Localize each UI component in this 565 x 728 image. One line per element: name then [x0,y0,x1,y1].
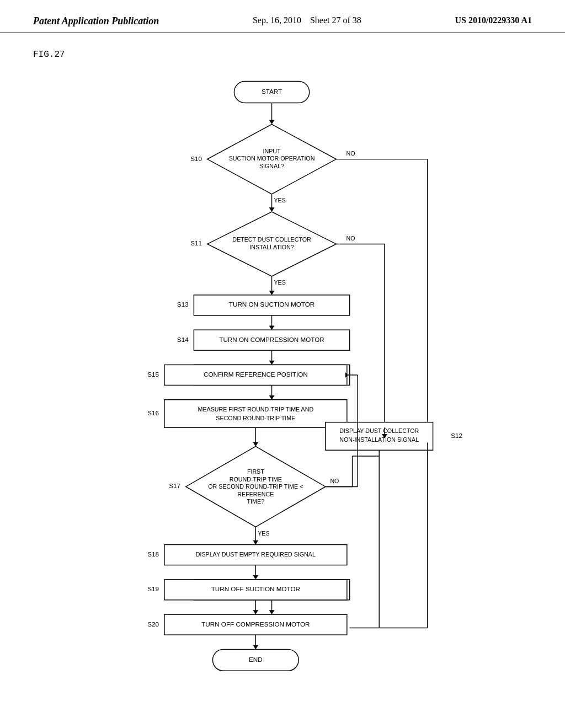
s12-label-1: DISPLAY DUST COLLECTOR [339,427,419,434]
s14-step: S14 [177,336,189,343]
flowchart-diagram: START INPUT SUCTION MOTOR OPERATION SIGN… [45,71,520,679]
s10-label-2: SUCTION MOTOR OPERATION [229,155,315,162]
svg-marker-5 [269,207,275,212]
s15-step-fix: S15 [147,371,159,378]
s11-label-1: DETECT DUST COLLECTOR [232,236,311,243]
s19-label-fix: TURN OFF SUCTION MOTOR [211,585,300,592]
svg-marker-33 [253,540,258,545]
sheet-info: Sheet 27 of 38 [310,15,361,25]
s17-label-2: ROUND-TRIP TIME [230,476,282,483]
s11-no: NO [347,235,355,242]
svg-marker-2 [269,120,275,125]
s19-step-fix: S19 [147,585,159,592]
svg-marker-22 [269,395,275,400]
s18-step: S18 [147,550,159,558]
flowchart-svg: START INPUT SUCTION MOTOR OPERATION SIGN… [45,71,520,677]
s11-label-2: INSTALLATION? [249,244,294,250]
s11-step: S11 [190,240,202,247]
start-label: START [262,88,282,95]
s16-label-1: MEASURE FIRST ROUND-TRIP TIME AND [198,406,314,413]
s16-label-2: SECOND ROUND-TRIP TIME [216,415,295,421]
s10-yes: YES [274,197,285,204]
s17-step: S17 [169,483,180,490]
s17-label-3: OR SECOND ROUND-TRIP TIME < [208,483,303,490]
svg-marker-25 [253,442,258,447]
s17-label-1: FIRST [247,468,264,475]
s15-label-fix: CONFIRM REFERENCE POSITION [204,371,308,378]
svg-marker-48 [253,610,258,614]
main-content: FIG.27 START INPUT SUCTION MOTOR OPERATI… [0,33,565,696]
s13-step: S13 [177,301,189,308]
s13-label: TURN ON SUCTION MOTOR [229,301,315,308]
s20-label: TURN OFF COMPRESSION MOTOR [201,620,310,628]
s10-label-3: SIGNAL? [259,163,284,169]
s20-step: S20 [147,620,159,628]
s18-label: DISPLAY DUST EMPTY REQUIRED SIGNAL [196,551,316,558]
patent-number: US 2010/0229330 A1 [455,15,532,25]
publication-title: Patent Application Publication [33,15,159,27]
publication-date: Sep. 16, 2010 [253,15,301,25]
svg-marker-38 [253,575,258,580]
s14-label: TURN ON COMPRESSION MOTOR [219,336,324,343]
svg-marker-41 [269,610,275,614]
s12-step: S12 [451,432,462,439]
svg-marker-16 [269,325,275,330]
s16-step: S16 [147,409,159,416]
end-label: END [249,656,263,663]
page-header: Patent Application Publication Sep. 16, … [0,0,565,33]
svg-marker-19 [269,361,275,365]
svg-marker-10 [269,291,275,295]
s17-label-4: REFERENCE [237,491,274,497]
s17-label-5: TIME? [247,498,265,505]
s10-no: NO [347,150,355,157]
s10-step: S10 [190,155,202,162]
s12-label-2: NON-INSTALLATION SIGNAL [339,436,419,443]
s17-no: NO [330,478,339,484]
s11-yes: YES [274,279,285,286]
figure-label: FIG.27 [33,50,532,60]
header-date-sheet: Sep. 16, 2010 Sheet 27 of 38 [253,15,361,25]
s10-label-1: INPUT [263,148,281,154]
svg-marker-44 [253,645,258,650]
s17-yes: YES [258,530,269,537]
svg-rect-23 [164,400,347,428]
